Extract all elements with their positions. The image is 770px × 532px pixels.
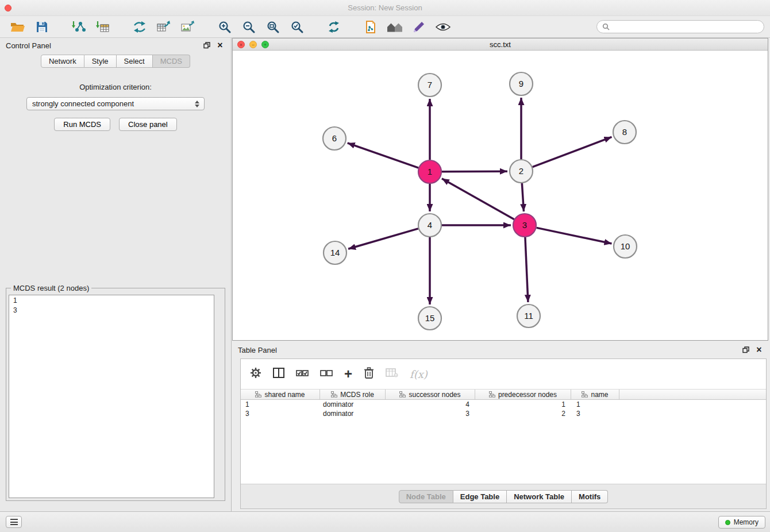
tab-network[interactable]: Network (41, 55, 84, 68)
show-hide-details-button[interactable] (431, 18, 455, 36)
node-11[interactable]: 11 (517, 304, 540, 327)
window-close-button[interactable] (5, 5, 11, 11)
table-row[interactable]: 1 dominator 4 1 1 (241, 400, 766, 409)
zoom-selected-button[interactable] (285, 18, 309, 36)
export-network-button[interactable] (128, 18, 152, 36)
select-all-button[interactable] (296, 369, 309, 379)
column-label: successor nodes (409, 391, 460, 399)
zoom-fit-button[interactable] (261, 18, 285, 36)
edge-4-14[interactable] (348, 229, 418, 249)
column-header-predecessor-nodes[interactable]: predecessor nodes (475, 390, 571, 399)
run-mcds-button[interactable]: Run MCDS (54, 118, 110, 131)
export-table-button[interactable] (152, 18, 176, 36)
toolbar-search-field[interactable] (596, 20, 764, 33)
close-panel-action-button[interactable]: Close panel (119, 118, 177, 131)
table-panel-title: Table Panel (238, 346, 277, 354)
edge-3-11[interactable] (525, 237, 528, 302)
tab-network-table[interactable]: Network Table (507, 490, 572, 503)
export-image-button[interactable] (176, 18, 200, 36)
edge-2-8[interactable] (533, 137, 612, 167)
delete-column-button[interactable] (364, 367, 374, 381)
import-group (67, 18, 115, 36)
edge-3-10[interactable] (537, 228, 612, 244)
refresh-layout-button[interactable] (322, 18, 346, 36)
clone-network-button[interactable] (359, 18, 383, 36)
show-column-button[interactable] (273, 368, 284, 380)
column-header-mcds-role[interactable]: MCDS role (320, 390, 386, 399)
vizmapper-button[interactable] (407, 18, 431, 36)
zoom-in-button[interactable] (213, 18, 237, 36)
cell-predecessor-nodes[interactable]: 1 (475, 400, 571, 408)
cell-name[interactable]: 1 (571, 400, 619, 408)
zoom-fit-icon (266, 20, 280, 34)
import-table-button[interactable] (91, 18, 115, 36)
first-neighbors-button[interactable] (383, 18, 407, 36)
window-minimize-icon[interactable]: − (249, 41, 257, 48)
tab-edge-table[interactable]: Edge Table (453, 490, 507, 503)
control-panel: Control Panel × Network Style Select MCD… (0, 38, 232, 511)
cell-mcds-role[interactable]: dominator (320, 410, 386, 418)
memory-button[interactable]: Memory (718, 516, 765, 529)
cell-successor-nodes[interactable]: 3 (386, 410, 475, 418)
edge-1-2[interactable] (442, 171, 507, 172)
cell-predecessor-nodes[interactable]: 2 (475, 410, 571, 418)
cell-name[interactable]: 3 (571, 410, 619, 418)
cell-successor-nodes[interactable]: 4 (386, 400, 475, 408)
close-table-panel-button[interactable]: × (754, 345, 764, 355)
node-10[interactable]: 10 (614, 235, 637, 258)
cell-mcds-role[interactable]: dominator (320, 400, 386, 408)
unchecked-boxes-icon (320, 370, 333, 377)
float-panel-button[interactable] (202, 40, 212, 51)
edge-2-3[interactable] (522, 183, 523, 211)
edge-1-6[interactable] (348, 143, 419, 168)
node-9[interactable]: 9 (510, 72, 533, 95)
checked-boxes-icon (296, 370, 309, 377)
table-settings-button[interactable] (250, 367, 261, 381)
add-column-button[interactable]: + (344, 367, 352, 381)
search-icon (602, 23, 610, 30)
node-8[interactable]: 8 (613, 121, 636, 144)
column-header-shared-name[interactable]: shared name (241, 390, 320, 399)
table-row[interactable]: 3 dominator 3 2 3 (241, 409, 766, 418)
deselect-all-button[interactable] (320, 369, 333, 379)
tab-motifs[interactable]: Motifs (572, 490, 608, 503)
cell-shared-name[interactable]: 3 (241, 410, 320, 418)
zoom-out-button[interactable] (237, 18, 261, 36)
window-close-icon[interactable]: × (237, 41, 245, 48)
network-canvas-container: 7968124314101511 (233, 51, 768, 340)
node-14[interactable]: 14 (324, 241, 346, 264)
column-header-name[interactable]: name (571, 390, 619, 399)
save-session-button[interactable] (30, 18, 54, 36)
cell-shared-name[interactable]: 1 (241, 400, 320, 408)
node-7[interactable]: 7 (418, 74, 441, 97)
status-bar: Memory (0, 511, 770, 532)
network-graph[interactable]: 7968124314101511 (233, 51, 768, 340)
node-4[interactable]: 4 (418, 214, 441, 237)
open-session-button[interactable] (6, 18, 30, 36)
tab-node-table[interactable]: Node Table (399, 490, 453, 503)
edge-3-1[interactable] (442, 179, 514, 219)
result-item: 1 (13, 296, 210, 306)
column-header-successor-nodes[interactable]: successor nodes (386, 390, 475, 399)
node-15[interactable]: 15 (418, 307, 441, 330)
node-3[interactable]: 3 (513, 214, 536, 237)
mcds-result-list[interactable]: 1 3 (9, 295, 214, 498)
close-panel-button[interactable]: × (215, 40, 225, 51)
search-input[interactable] (613, 22, 759, 32)
node-2[interactable]: 2 (510, 160, 533, 183)
delete-table-icon (386, 368, 398, 377)
tab-style[interactable]: Style (84, 55, 117, 68)
tab-mcds[interactable]: MCDS (153, 55, 190, 68)
import-network-button[interactable] (67, 18, 91, 36)
criterion-dropdown[interactable]: strongly connected component (26, 97, 205, 110)
float-window-icon (742, 346, 749, 353)
node-6[interactable]: 6 (323, 127, 346, 150)
save-floppy-icon (36, 21, 48, 33)
window-zoom-icon[interactable]: + (261, 41, 269, 48)
tab-select[interactable]: Select (117, 55, 153, 68)
node-label: 2 (519, 166, 523, 176)
float-table-panel-button[interactable] (741, 345, 751, 355)
export-table-icon (156, 21, 171, 33)
node-1[interactable]: 1 (418, 160, 441, 183)
task-history-button[interactable] (6, 516, 22, 528)
